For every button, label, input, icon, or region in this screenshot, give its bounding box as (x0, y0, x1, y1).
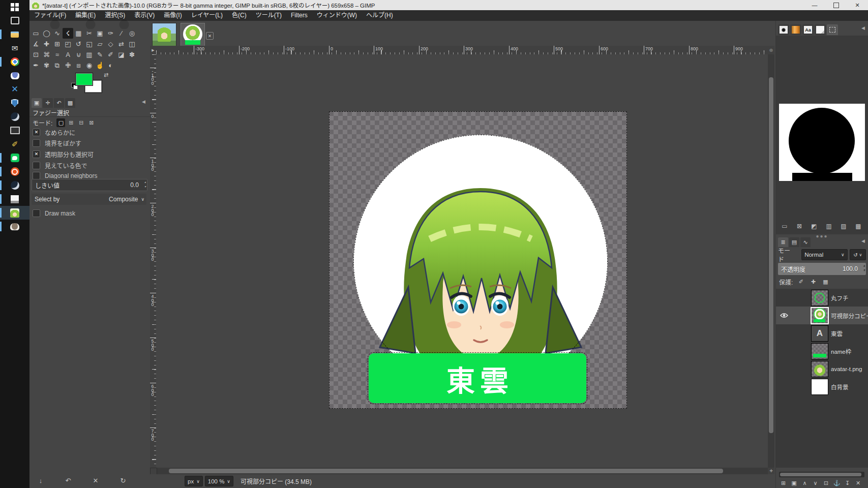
tab-undo-history[interactable]: ↶ (54, 98, 64, 108)
zoom-tool[interactable]: ◎ (127, 28, 137, 39)
bucket-fill-tool[interactable]: ⊍ (73, 49, 84, 60)
option-antialiasing[interactable]: ✕ なめらかに (33, 128, 75, 137)
dodge-burn-tool[interactable]: ◐ (105, 60, 116, 71)
panel-splitter[interactable]: ●●● (816, 233, 828, 239)
gradient-tool[interactable]: ▥ (84, 49, 95, 60)
steam-app[interactable] (0, 110, 29, 124)
free-select-tool[interactable]: ∿ (52, 28, 63, 39)
menu-windows[interactable]: ウィンドウ(W) (312, 10, 362, 21)
lock-alpha-button[interactable]: ▦ (821, 278, 829, 286)
color-picker-tool[interactable]: ∕ (116, 28, 127, 39)
photos-app[interactable] (0, 192, 29, 206)
threshold-slider[interactable]: しきい値 0.0 ▴▾ (32, 179, 147, 191)
vertical-scrollbar[interactable] (768, 54, 774, 468)
gimp-image-window[interactable] (0, 206, 29, 220)
measure-tool[interactable]: ∡ (31, 39, 41, 49)
new-layer-button[interactable]: ⊞ (779, 479, 788, 487)
zoom-dropdown[interactable]: 100 %∨ (205, 476, 233, 486)
select-all-button[interactable]: ▭ (780, 222, 789, 230)
new-group-button[interactable]: ▣ (790, 479, 798, 487)
canvas-viewport[interactable]: 東雲 (156, 54, 768, 468)
perspective-tool[interactable]: ◇ (105, 39, 116, 49)
file-explorer-app[interactable] (0, 27, 29, 41)
menu-image[interactable]: 画像(I) (159, 10, 186, 21)
mypaint-brush-tool[interactable]: ✾ (41, 60, 52, 71)
handle-transform-tool[interactable]: ⌘ (41, 49, 52, 60)
layer-mode-dropdown[interactable]: Normal∨ (801, 249, 848, 260)
visibility-toggle[interactable] (779, 346, 789, 356)
save-tool-preset-button[interactable]: ↓ (35, 475, 47, 485)
ubuntu-app[interactable] (0, 165, 29, 178)
delete-layer-button[interactable]: ✕ (854, 479, 862, 487)
airbrush-tool[interactable]: ✽ (127, 49, 137, 60)
steam-client-app[interactable] (0, 178, 29, 192)
visibility-toggle[interactable] (779, 382, 789, 392)
visibility-toggle[interactable] (779, 328, 789, 339)
image-tab-avatar[interactable] (152, 23, 176, 47)
tab-document-history[interactable] (815, 24, 826, 35)
visibility-toggle[interactable] (779, 311, 789, 321)
discord-app[interactable] (0, 69, 29, 82)
layer-avatar-png[interactable]: avatar-t.png (776, 360, 868, 378)
menu-layer[interactable]: レイヤー(L) (187, 10, 227, 21)
restore-button[interactable] (825, 0, 847, 10)
horizontal-ruler[interactable]: -300-200-1000100200300400500600700800900 (156, 46, 768, 55)
unit-dropdown[interactable]: px∨ (185, 476, 203, 486)
visibility-toggle[interactable] (779, 293, 789, 303)
start-button[interactable] (0, 0, 29, 14)
tab-device-status[interactable]: ✛ (43, 98, 53, 108)
tab-tool-options[interactable]: ▣ (32, 98, 42, 108)
checkbox[interactable]: ✕ (33, 139, 40, 147)
raise-layer-button[interactable]: ∧ (800, 479, 809, 487)
pen-app[interactable] (0, 137, 29, 151)
checkbox[interactable]: ✕ (33, 150, 40, 158)
zoom-follow-window-button[interactable]: ◎ (768, 46, 774, 54)
selection-preview[interactable] (779, 104, 865, 181)
mail-app[interactable] (0, 41, 29, 55)
mode-add[interactable]: ⊞ (67, 118, 75, 127)
stroke-selection-button[interactable]: ▨ (839, 222, 848, 230)
layer-visible-copy[interactable]: 可視部分コピー (776, 307, 868, 324)
warp-transform-tool[interactable]: ≈ (52, 49, 63, 60)
ruler-origin-button[interactable]: ▶ (150, 46, 156, 54)
rotate-tool[interactable]: ↺ (73, 39, 84, 49)
ellipse-select-tool[interactable]: ◯ (41, 28, 52, 39)
eraser-tool[interactable]: ◪ (116, 49, 127, 60)
menu-colors[interactable]: 色(C) (227, 10, 251, 21)
swap-colors-icon[interactable]: ⇄ (104, 72, 108, 78)
threshold-spinner[interactable]: ▴▾ (144, 180, 146, 189)
opacity-spinner[interactable]: ▴▾ (863, 263, 865, 272)
delete-tool-preset-button[interactable]: ✕ (89, 475, 102, 485)
border-selection-button[interactable]: ▩ (854, 222, 863, 230)
unified-transform-tool[interactable]: ⊡ (31, 49, 41, 60)
paintbrush-tool[interactable]: ✐ (105, 49, 116, 60)
close-image-tab-button[interactable]: ✕ (206, 32, 214, 40)
perspective-clone-tool[interactable]: ⧈ (73, 60, 84, 71)
move-tool[interactable]: ✚ (41, 39, 52, 49)
merge-down-button[interactable]: ↧ (843, 479, 852, 487)
tab-patterns[interactable] (790, 24, 801, 35)
menu-help[interactable]: ヘルプ(H) (362, 10, 398, 21)
image-tab-avatar-t[interactable] (181, 23, 205, 47)
option-diagonal-neighbors[interactable]: ✕ Diagonal neighbors (33, 172, 97, 179)
lower-layer-button[interactable]: ∨ (811, 479, 820, 487)
align-tool[interactable]: ⊞ (52, 39, 63, 49)
select-none-button[interactable]: ⊠ (795, 222, 804, 230)
tab-fonts[interactable]: Aa (802, 24, 814, 35)
checkbox[interactable]: ✕ (33, 172, 40, 179)
title-bar[interactable]: *[avatar-t] (インポートされた画像)-10.0 (RGBカラー 8-… (29, 0, 868, 10)
paths-tool[interactable]: ✑ (105, 28, 116, 39)
layers-menu-button[interactable]: ◀ (861, 238, 865, 243)
anchor-layer-button[interactable]: ⚓ (832, 479, 841, 487)
horizontal-scrollbar[interactable] (156, 468, 768, 474)
layer-maru-fuchi[interactable]: 丸フチ (776, 289, 868, 307)
select-by-dropdown[interactable]: Select by Composite∨ (32, 194, 146, 205)
lock-pixels-button[interactable]: ✐ (797, 278, 805, 286)
dock-menu-button[interactable]: ◀ (142, 99, 145, 104)
option-select-transparent[interactable]: ✕ 透明部分も選択可 (33, 150, 94, 159)
layer-mode-switch-button[interactable]: ↺∨ (850, 249, 866, 260)
shield-app[interactable] (0, 96, 29, 110)
transform-3d-tool[interactable]: ◫ (127, 39, 137, 49)
close-button[interactable]: ✕ (847, 0, 868, 10)
draw-mask-checkbox[interactable]: ✕ (33, 209, 40, 217)
